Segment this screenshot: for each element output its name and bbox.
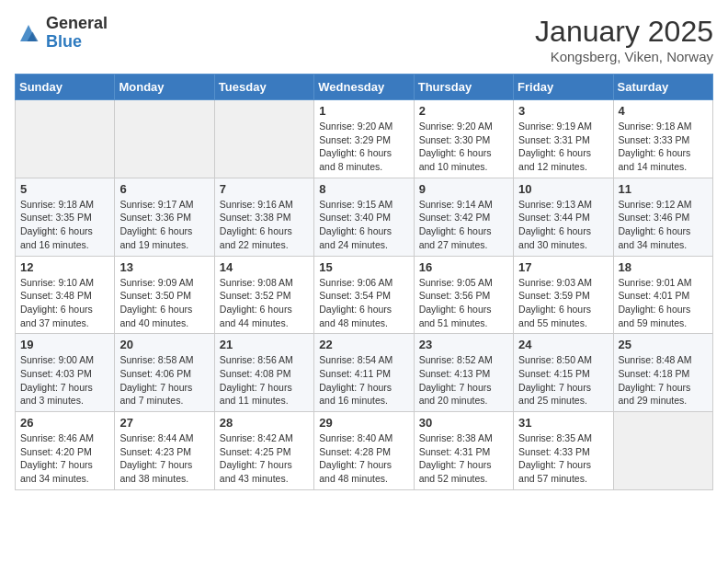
calendar-cell: 5Sunrise: 9:18 AMSunset: 3:35 PMDaylight…	[16, 178, 115, 256]
day-info: Sunrise: 9:01 AMSunset: 4:01 PMDaylight:…	[619, 276, 708, 330]
day-info: Sunrise: 9:14 AMSunset: 3:42 PMDaylight:…	[419, 198, 508, 252]
day-info: Sunrise: 9:12 AMSunset: 3:46 PMDaylight:…	[619, 198, 708, 252]
day-number: 26	[20, 416, 109, 430]
page-header: General Blue January 2025 Kongsberg, Vik…	[15, 15, 713, 64]
day-number: 7	[220, 182, 309, 196]
logo-text: General Blue	[46, 15, 108, 52]
day-info: Sunrise: 8:48 AMSunset: 4:18 PMDaylight:…	[619, 353, 708, 408]
day-number: 25	[619, 338, 708, 351]
day-info: Sunrise: 9:18 AMSunset: 3:33 PMDaylight:…	[619, 120, 708, 174]
calendar-cell: 30Sunrise: 8:38 AMSunset: 4:31 PMDayligh…	[414, 412, 513, 490]
calendar-header-row: SundayMondayTuesdayWednesdayThursdayFrid…	[16, 75, 713, 100]
day-info: Sunrise: 9:10 AMSunset: 3:48 PMDaylight:…	[20, 276, 109, 330]
day-number: 3	[518, 104, 608, 118]
logo-blue: Blue	[46, 33, 108, 52]
calendar-cell: 6Sunrise: 9:17 AMSunset: 3:36 PMDaylight…	[115, 178, 214, 256]
day-number: 16	[419, 260, 508, 274]
day-info: Sunrise: 8:44 AMSunset: 4:23 PMDaylight:…	[119, 431, 209, 486]
day-number: 14	[220, 260, 309, 274]
day-number: 8	[319, 182, 408, 196]
weekday-header: Saturday	[613, 75, 712, 100]
calendar-cell: 3Sunrise: 9:19 AMSunset: 3:31 PMDaylight…	[514, 100, 613, 178]
day-number: 19	[20, 338, 109, 351]
calendar-cell: 7Sunrise: 9:16 AMSunset: 3:38 PMDaylight…	[214, 178, 313, 256]
day-info: Sunrise: 9:05 AMSunset: 3:56 PMDaylight:…	[419, 276, 508, 330]
day-info: Sunrise: 8:42 AMSunset: 4:25 PMDaylight:…	[220, 431, 309, 486]
calendar-cell: 14Sunrise: 9:08 AMSunset: 3:52 PMDayligh…	[214, 256, 313, 334]
day-info: Sunrise: 9:19 AMSunset: 3:31 PMDaylight:…	[518, 120, 608, 174]
weekday-header: Tuesday	[214, 75, 313, 100]
calendar-week-row: 5Sunrise: 9:18 AMSunset: 3:35 PMDaylight…	[16, 178, 713, 256]
calendar-cell: 19Sunrise: 9:00 AMSunset: 4:03 PMDayligh…	[16, 334, 115, 412]
day-info: Sunrise: 9:03 AMSunset: 3:59 PMDaylight:…	[518, 276, 608, 330]
calendar-cell: 18Sunrise: 9:01 AMSunset: 4:01 PMDayligh…	[613, 256, 712, 334]
logo-icon	[15, 19, 42, 47]
day-info: Sunrise: 9:17 AMSunset: 3:36 PMDaylight:…	[119, 198, 209, 252]
day-info: Sunrise: 9:15 AMSunset: 3:40 PMDaylight:…	[319, 198, 408, 252]
calendar-cell: 11Sunrise: 9:12 AMSunset: 3:46 PMDayligh…	[613, 178, 712, 256]
day-number: 11	[619, 182, 708, 196]
day-number: 27	[119, 416, 209, 430]
day-info: Sunrise: 9:13 AMSunset: 3:44 PMDaylight:…	[518, 198, 608, 252]
title-block: January 2025 Kongsberg, Viken, Norway	[535, 15, 713, 64]
day-number: 24	[518, 338, 608, 351]
day-number: 1	[319, 104, 408, 118]
calendar-cell: 13Sunrise: 9:09 AMSunset: 3:50 PMDayligh…	[115, 256, 214, 334]
calendar-cell: 21Sunrise: 8:56 AMSunset: 4:08 PMDayligh…	[214, 334, 313, 412]
day-number: 23	[419, 338, 508, 351]
day-number: 17	[518, 260, 608, 274]
calendar-week-row: 19Sunrise: 9:00 AMSunset: 4:03 PMDayligh…	[16, 334, 713, 412]
calendar-cell: 25Sunrise: 8:48 AMSunset: 4:18 PMDayligh…	[613, 334, 712, 412]
day-info: Sunrise: 8:38 AMSunset: 4:31 PMDaylight:…	[419, 431, 508, 486]
calendar-week-row: 12Sunrise: 9:10 AMSunset: 3:48 PMDayligh…	[16, 256, 713, 334]
calendar-week-row: 1Sunrise: 9:20 AMSunset: 3:29 PMDaylight…	[16, 100, 713, 178]
day-number: 30	[419, 416, 508, 430]
calendar-cell: 27Sunrise: 8:44 AMSunset: 4:23 PMDayligh…	[115, 412, 214, 490]
day-info: Sunrise: 9:18 AMSunset: 3:35 PMDaylight:…	[20, 198, 109, 252]
day-info: Sunrise: 9:20 AMSunset: 3:30 PMDaylight:…	[419, 120, 508, 174]
day-number: 13	[119, 260, 209, 274]
calendar-subtitle: Kongsberg, Viken, Norway	[535, 49, 713, 64]
calendar-table: SundayMondayTuesdayWednesdayThursdayFrid…	[15, 74, 713, 490]
calendar-cell: 23Sunrise: 8:52 AMSunset: 4:13 PMDayligh…	[414, 334, 513, 412]
day-info: Sunrise: 8:56 AMSunset: 4:08 PMDaylight:…	[220, 353, 309, 408]
calendar-cell: 28Sunrise: 8:42 AMSunset: 4:25 PMDayligh…	[214, 412, 313, 490]
calendar-cell: 2Sunrise: 9:20 AMSunset: 3:30 PMDaylight…	[414, 100, 513, 178]
calendar-cell: 22Sunrise: 8:54 AMSunset: 4:11 PMDayligh…	[314, 334, 414, 412]
calendar-title: January 2025	[535, 15, 713, 49]
day-info: Sunrise: 8:40 AMSunset: 4:28 PMDaylight:…	[319, 431, 408, 486]
day-number: 9	[419, 182, 508, 196]
calendar-week-row: 26Sunrise: 8:46 AMSunset: 4:20 PMDayligh…	[16, 412, 713, 490]
weekday-header: Sunday	[16, 75, 115, 100]
day-number: 21	[220, 338, 309, 351]
day-number: 20	[119, 338, 209, 351]
day-number: 29	[319, 416, 408, 430]
logo-general: General	[46, 15, 108, 33]
calendar-cell: 17Sunrise: 9:03 AMSunset: 3:59 PMDayligh…	[514, 256, 613, 334]
day-info: Sunrise: 8:52 AMSunset: 4:13 PMDaylight:…	[419, 353, 508, 408]
day-info: Sunrise: 8:35 AMSunset: 4:33 PMDaylight:…	[518, 431, 608, 486]
calendar-cell: 15Sunrise: 9:06 AMSunset: 3:54 PMDayligh…	[314, 256, 414, 334]
calendar-cell: 29Sunrise: 8:40 AMSunset: 4:28 PMDayligh…	[314, 412, 414, 490]
calendar-cell: 26Sunrise: 8:46 AMSunset: 4:20 PMDayligh…	[16, 412, 115, 490]
calendar-cell: 4Sunrise: 9:18 AMSunset: 3:33 PMDaylight…	[613, 100, 712, 178]
calendar-cell: 31Sunrise: 8:35 AMSunset: 4:33 PMDayligh…	[514, 412, 613, 490]
calendar-cell: 10Sunrise: 9:13 AMSunset: 3:44 PMDayligh…	[514, 178, 613, 256]
calendar-cell: 1Sunrise: 9:20 AMSunset: 3:29 PMDaylight…	[314, 100, 414, 178]
day-number: 22	[319, 338, 408, 351]
day-number: 31	[518, 416, 608, 430]
day-info: Sunrise: 9:20 AMSunset: 3:29 PMDaylight:…	[319, 120, 408, 174]
weekday-header: Thursday	[414, 75, 513, 100]
day-number: 6	[119, 182, 209, 196]
day-info: Sunrise: 8:50 AMSunset: 4:15 PMDaylight:…	[518, 353, 608, 408]
day-number: 4	[619, 104, 708, 118]
day-number: 18	[619, 260, 708, 274]
day-info: Sunrise: 9:16 AMSunset: 3:38 PMDaylight:…	[220, 198, 309, 252]
weekday-header: Friday	[514, 75, 613, 100]
calendar-cell	[16, 100, 115, 178]
weekday-header: Monday	[115, 75, 214, 100]
calendar-cell: 12Sunrise: 9:10 AMSunset: 3:48 PMDayligh…	[16, 256, 115, 334]
day-number: 10	[518, 182, 608, 196]
day-info: Sunrise: 8:46 AMSunset: 4:20 PMDaylight:…	[20, 431, 109, 486]
day-number: 2	[419, 104, 508, 118]
